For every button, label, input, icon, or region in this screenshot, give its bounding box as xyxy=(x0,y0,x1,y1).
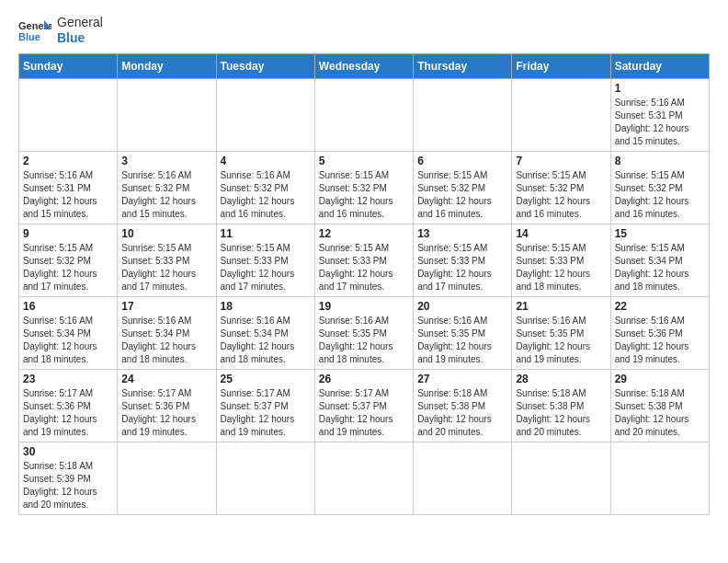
day-number: 18 xyxy=(221,300,311,313)
day-info: Sunrise: 5:15 AM Sunset: 5:33 PM Dayligh… xyxy=(516,242,606,293)
calendar-header: SundayMondayTuesdayWednesdayThursdayFrid… xyxy=(19,53,710,78)
day-number: 29 xyxy=(615,373,705,385)
day-number: 9 xyxy=(23,227,113,240)
weekday-header-saturday: Saturday xyxy=(610,53,709,78)
day-info: Sunrise: 5:15 AM Sunset: 5:33 PM Dayligh… xyxy=(121,242,211,293)
calendar-cell xyxy=(118,442,216,514)
day-info: Sunrise: 5:15 AM Sunset: 5:32 PM Dayligh… xyxy=(516,169,606,221)
day-info: Sunrise: 5:18 AM Sunset: 5:38 PM Dayligh… xyxy=(615,387,705,439)
day-info: Sunrise: 5:17 AM Sunset: 5:36 PM Dayligh… xyxy=(121,387,211,439)
day-info: Sunrise: 5:15 AM Sunset: 5:33 PM Dayligh… xyxy=(319,242,409,293)
calendar-cell: 16Sunrise: 5:16 AM Sunset: 5:34 PM Dayli… xyxy=(19,296,118,369)
calendar-cell: 14Sunrise: 5:15 AM Sunset: 5:33 PM Dayli… xyxy=(512,224,610,296)
calendar-cell xyxy=(512,442,610,514)
weekday-header-wednesday: Wednesday xyxy=(314,53,413,78)
day-info: Sunrise: 5:15 AM Sunset: 5:33 PM Dayligh… xyxy=(221,242,311,293)
calendar-cell xyxy=(512,78,610,151)
calendar-cell xyxy=(118,78,216,151)
calendar-cell: 13Sunrise: 5:15 AM Sunset: 5:33 PM Dayli… xyxy=(414,224,512,296)
calendar-cell: 7Sunrise: 5:15 AM Sunset: 5:32 PM Daylig… xyxy=(512,151,610,224)
day-number: 30 xyxy=(23,445,113,458)
calendar-cell: 25Sunrise: 5:17 AM Sunset: 5:37 PM Dayli… xyxy=(216,369,314,442)
day-number: 10 xyxy=(121,227,211,240)
day-number: 21 xyxy=(516,300,606,313)
day-number: 12 xyxy=(319,227,409,240)
day-info: Sunrise: 5:16 AM Sunset: 5:32 PM Dayligh… xyxy=(221,169,311,221)
calendar-week-4: 16Sunrise: 5:16 AM Sunset: 5:34 PM Dayli… xyxy=(19,296,710,369)
calendar-cell: 9Sunrise: 5:15 AM Sunset: 5:32 PM Daylig… xyxy=(19,224,118,296)
day-number: 25 xyxy=(221,373,311,385)
day-number: 11 xyxy=(221,227,311,240)
day-info: Sunrise: 5:15 AM Sunset: 5:33 PM Dayligh… xyxy=(417,242,507,293)
calendar-cell: 26Sunrise: 5:17 AM Sunset: 5:37 PM Dayli… xyxy=(314,369,413,442)
calendar-week-5: 23Sunrise: 5:17 AM Sunset: 5:36 PM Dayli… xyxy=(19,369,710,442)
day-info: Sunrise: 5:16 AM Sunset: 5:31 PM Dayligh… xyxy=(615,97,705,148)
calendar-week-3: 9Sunrise: 5:15 AM Sunset: 5:32 PM Daylig… xyxy=(19,224,710,296)
calendar-cell xyxy=(414,78,512,151)
calendar-cell: 8Sunrise: 5:15 AM Sunset: 5:32 PM Daylig… xyxy=(610,151,709,224)
weekday-header-friday: Friday xyxy=(512,53,610,78)
weekday-header-thursday: Thursday xyxy=(414,53,512,78)
calendar-cell: 29Sunrise: 5:18 AM Sunset: 5:38 PM Dayli… xyxy=(610,369,709,442)
calendar-cell: 18Sunrise: 5:16 AM Sunset: 5:34 PM Dayli… xyxy=(216,296,314,369)
day-number: 19 xyxy=(319,300,409,313)
header: General Blue General Blue xyxy=(18,15,710,46)
day-number: 2 xyxy=(23,155,113,167)
weekday-header-monday: Monday xyxy=(118,53,216,78)
day-info: Sunrise: 5:17 AM Sunset: 5:37 PM Dayligh… xyxy=(221,387,311,439)
calendar-cell: 10Sunrise: 5:15 AM Sunset: 5:33 PM Dayli… xyxy=(118,224,216,296)
day-number: 24 xyxy=(121,373,211,385)
day-number: 5 xyxy=(319,155,409,167)
day-number: 26 xyxy=(319,373,409,385)
calendar-cell xyxy=(314,78,413,151)
calendar-cell: 3Sunrise: 5:16 AM Sunset: 5:32 PM Daylig… xyxy=(118,151,216,224)
day-number: 20 xyxy=(417,300,507,313)
logo-icon: General Blue xyxy=(18,17,51,44)
day-info: Sunrise: 5:16 AM Sunset: 5:34 PM Dayligh… xyxy=(221,315,311,366)
calendar-cell: 22Sunrise: 5:16 AM Sunset: 5:36 PM Dayli… xyxy=(610,296,709,369)
calendar-cell: 5Sunrise: 5:15 AM Sunset: 5:32 PM Daylig… xyxy=(314,151,413,224)
calendar-body: 1Sunrise: 5:16 AM Sunset: 5:31 PM Daylig… xyxy=(19,78,710,514)
calendar-cell: 24Sunrise: 5:17 AM Sunset: 5:36 PM Dayli… xyxy=(118,369,216,442)
day-info: Sunrise: 5:18 AM Sunset: 5:39 PM Dayligh… xyxy=(23,460,113,511)
day-info: Sunrise: 5:15 AM Sunset: 5:34 PM Dayligh… xyxy=(615,242,705,293)
day-number: 17 xyxy=(121,300,211,313)
day-info: Sunrise: 5:15 AM Sunset: 5:32 PM Dayligh… xyxy=(417,169,507,221)
day-info: Sunrise: 5:16 AM Sunset: 5:32 PM Dayligh… xyxy=(121,169,211,221)
calendar: SundayMondayTuesdayWednesdayThursdayFrid… xyxy=(18,53,710,515)
calendar-week-6: 30Sunrise: 5:18 AM Sunset: 5:39 PM Dayli… xyxy=(19,442,710,514)
day-info: Sunrise: 5:16 AM Sunset: 5:35 PM Dayligh… xyxy=(516,315,606,366)
day-info: Sunrise: 5:16 AM Sunset: 5:35 PM Dayligh… xyxy=(319,315,409,366)
calendar-cell: 11Sunrise: 5:15 AM Sunset: 5:33 PM Dayli… xyxy=(216,224,314,296)
svg-text:Blue: Blue xyxy=(18,31,40,42)
day-info: Sunrise: 5:17 AM Sunset: 5:37 PM Dayligh… xyxy=(319,387,409,439)
day-number: 15 xyxy=(615,227,705,240)
calendar-cell xyxy=(414,442,512,514)
calendar-cell: 1Sunrise: 5:16 AM Sunset: 5:31 PM Daylig… xyxy=(610,78,709,151)
calendar-cell xyxy=(216,78,314,151)
day-number: 3 xyxy=(121,155,211,167)
calendar-cell xyxy=(610,442,709,514)
calendar-cell: 6Sunrise: 5:15 AM Sunset: 5:32 PM Daylig… xyxy=(414,151,512,224)
logo-wordmark: General Blue xyxy=(57,15,103,46)
day-number: 27 xyxy=(417,373,507,385)
day-info: Sunrise: 5:16 AM Sunset: 5:34 PM Dayligh… xyxy=(121,315,211,366)
day-number: 7 xyxy=(516,155,606,167)
calendar-cell: 2Sunrise: 5:16 AM Sunset: 5:31 PM Daylig… xyxy=(19,151,118,224)
day-number: 16 xyxy=(23,300,113,313)
day-info: Sunrise: 5:18 AM Sunset: 5:38 PM Dayligh… xyxy=(516,387,606,439)
calendar-cell: 15Sunrise: 5:15 AM Sunset: 5:34 PM Dayli… xyxy=(610,224,709,296)
day-info: Sunrise: 5:16 AM Sunset: 5:34 PM Dayligh… xyxy=(23,315,113,366)
weekday-header-tuesday: Tuesday xyxy=(216,53,314,78)
calendar-cell: 4Sunrise: 5:16 AM Sunset: 5:32 PM Daylig… xyxy=(216,151,314,224)
day-info: Sunrise: 5:15 AM Sunset: 5:32 PM Dayligh… xyxy=(615,169,705,221)
day-number: 1 xyxy=(615,82,705,95)
calendar-cell xyxy=(314,442,413,514)
calendar-week-1: 1Sunrise: 5:16 AM Sunset: 5:31 PM Daylig… xyxy=(19,78,710,151)
calendar-cell: 20Sunrise: 5:16 AM Sunset: 5:35 PM Dayli… xyxy=(414,296,512,369)
day-number: 14 xyxy=(516,227,606,240)
day-info: Sunrise: 5:17 AM Sunset: 5:36 PM Dayligh… xyxy=(23,387,113,439)
day-info: Sunrise: 5:16 AM Sunset: 5:31 PM Dayligh… xyxy=(23,169,113,221)
day-number: 4 xyxy=(221,155,311,167)
day-number: 8 xyxy=(615,155,705,167)
